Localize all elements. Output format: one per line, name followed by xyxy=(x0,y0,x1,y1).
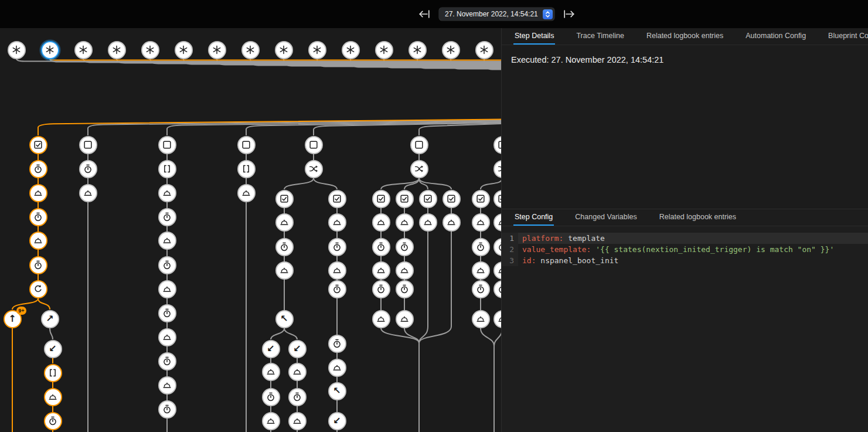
node-timer[interactable] xyxy=(288,388,307,406)
node-timer[interactable] xyxy=(493,280,502,298)
tab-blueprint-config[interactable]: Blueprint Config xyxy=(827,28,868,45)
node-condition[interactable] xyxy=(328,190,346,208)
node-timer[interactable] xyxy=(372,238,390,256)
node-tray[interactable] xyxy=(396,261,414,280)
node-arrow-down-left[interactable]: ↙ xyxy=(44,340,62,358)
node-asterisk[interactable] xyxy=(342,41,360,59)
node-tray[interactable] xyxy=(29,232,47,250)
node-tray[interactable] xyxy=(442,213,461,232)
node-timer[interactable] xyxy=(44,412,62,430)
node-timer[interactable] xyxy=(29,208,47,226)
node-brackets[interactable] xyxy=(237,160,256,178)
node-tray[interactable] xyxy=(372,261,390,280)
node-tray[interactable] xyxy=(472,213,490,232)
node-tray[interactable] xyxy=(328,359,346,377)
node-square[interactable] xyxy=(237,136,256,154)
node-tray[interactable] xyxy=(262,412,280,430)
node-tray[interactable] xyxy=(396,213,414,232)
node-tray[interactable] xyxy=(29,184,47,202)
tab-automation-config[interactable]: Automation Config xyxy=(744,28,807,45)
node-timer[interactable] xyxy=(328,280,346,298)
node-asterisk[interactable] xyxy=(241,41,260,59)
node-timer[interactable] xyxy=(396,238,414,256)
node-timer[interactable] xyxy=(158,352,176,370)
node-tray[interactable] xyxy=(493,213,502,232)
node-asterisk[interactable] xyxy=(141,41,159,59)
node-timer[interactable] xyxy=(328,238,346,256)
node-tray[interactable] xyxy=(79,184,97,202)
node-asterisk[interactable] xyxy=(175,41,193,59)
tab-related-logbook-entries-bottom[interactable]: Related logbook entries xyxy=(658,209,737,226)
node-asterisk[interactable] xyxy=(108,41,126,59)
node-arrow-up-right[interactable]: ↗ xyxy=(41,310,59,328)
node-tray[interactable] xyxy=(328,213,346,232)
node-square[interactable] xyxy=(493,136,502,154)
node-timer[interactable] xyxy=(262,388,280,406)
node-condition[interactable] xyxy=(29,136,47,154)
node-condition[interactable] xyxy=(275,190,294,208)
tab-changed-variables[interactable]: Changed Variables xyxy=(574,209,638,226)
node-asterisk[interactable] xyxy=(41,41,59,59)
trace-graph[interactable]: ↑9+↗↙↖↙↙↖↙ xyxy=(0,28,501,432)
node-brackets[interactable] xyxy=(158,160,176,178)
node-square[interactable] xyxy=(158,136,176,154)
node-tray[interactable] xyxy=(158,376,176,394)
node-decision[interactable] xyxy=(305,160,323,178)
node-timer[interactable] xyxy=(472,238,490,256)
node-square[interactable] xyxy=(305,136,323,154)
node-decision[interactable] xyxy=(493,160,502,178)
tab-trace-timeline[interactable]: Trace Timeline xyxy=(575,28,625,45)
node-tray[interactable] xyxy=(158,232,176,250)
node-tray[interactable] xyxy=(275,261,294,280)
tab-step-details[interactable]: Step Details xyxy=(513,28,555,45)
tab-step-config[interactable]: Step Config xyxy=(513,209,554,226)
node-tray[interactable] xyxy=(44,388,62,406)
node-timer[interactable] xyxy=(275,238,294,256)
node-condition[interactable] xyxy=(472,190,490,208)
node-tray[interactable] xyxy=(396,310,414,328)
node-condition[interactable] xyxy=(493,190,502,208)
node-arrow-down-left[interactable]: ↙ xyxy=(288,340,307,358)
node-timer[interactable] xyxy=(79,160,97,178)
node-arrow-up-left[interactable]: ↖ xyxy=(275,310,294,328)
node-asterisk[interactable] xyxy=(208,41,226,59)
node-tray[interactable] xyxy=(158,280,176,298)
node-condition[interactable] xyxy=(396,190,414,208)
node-tray[interactable] xyxy=(158,184,176,202)
node-condition[interactable] xyxy=(372,190,390,208)
node-asterisk[interactable] xyxy=(275,41,293,59)
node-tray[interactable] xyxy=(237,184,256,202)
node-timer[interactable] xyxy=(158,400,176,419)
node-timer[interactable] xyxy=(29,256,47,274)
node-timer[interactable] xyxy=(472,280,490,298)
node-timer[interactable] xyxy=(328,335,346,353)
node-condition[interactable] xyxy=(442,190,461,208)
node-tray[interactable] xyxy=(328,261,346,280)
node-tray[interactable] xyxy=(372,213,390,232)
node-tray[interactable] xyxy=(288,363,307,381)
node-tray[interactable] xyxy=(493,261,502,280)
next-run-button[interactable] xyxy=(562,7,576,21)
node-arrow-down-left[interactable]: ↙ xyxy=(328,412,346,430)
node-tray[interactable] xyxy=(493,310,502,328)
node-timer[interactable] xyxy=(158,256,176,274)
node-asterisk[interactable] xyxy=(308,41,326,59)
node-asterisk[interactable] xyxy=(409,41,427,59)
node-brackets[interactable] xyxy=(44,364,62,382)
node-tray[interactable] xyxy=(472,261,490,280)
node-asterisk[interactable] xyxy=(442,41,460,59)
node-tray[interactable] xyxy=(472,310,490,328)
node-asterisk[interactable] xyxy=(475,41,493,59)
node-tray[interactable] xyxy=(275,213,294,232)
node-condition[interactable] xyxy=(419,190,437,208)
node-timer[interactable] xyxy=(396,280,414,298)
node-tray[interactable] xyxy=(419,213,437,232)
node-arrow-up-left[interactable]: ↖ xyxy=(328,382,346,400)
run-select[interactable]: 27. November 2022, 14:54:21 xyxy=(439,8,554,21)
node-square[interactable] xyxy=(79,136,97,154)
node-arrow-up[interactable]: ↑9+ xyxy=(4,310,22,328)
node-tray[interactable] xyxy=(372,310,390,328)
node-timer[interactable] xyxy=(493,238,502,256)
stepper-icon[interactable] xyxy=(543,9,553,19)
node-square[interactable] xyxy=(410,136,428,154)
